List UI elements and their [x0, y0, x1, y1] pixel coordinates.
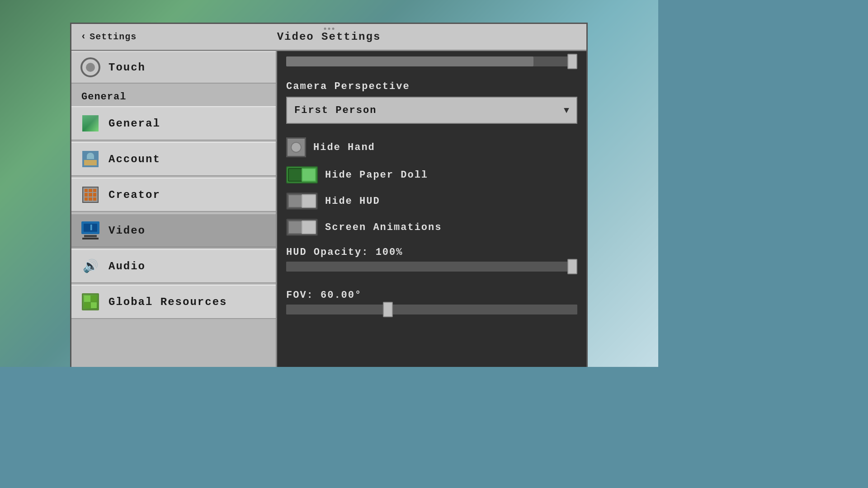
dropdown-control[interactable]: First Person ▼ — [286, 97, 577, 124]
dropdown-value: First Person — [294, 105, 564, 116]
fov-slider-section — [277, 305, 586, 322]
audio-label: Audio — [108, 260, 146, 272]
global-icon — [80, 292, 100, 312]
screen-animations-label: Screen Animations — [325, 222, 442, 233]
sidebar-item-account[interactable]: Account — [71, 142, 276, 176]
hide-hud-toggle[interactable] — [286, 192, 318, 210]
creator-label: Creator — [108, 189, 160, 201]
top-slider-section — [277, 51, 586, 66]
video-label: Video — [108, 225, 146, 237]
window-dots — [324, 28, 334, 30]
account-icon — [80, 149, 100, 169]
hud-opacity-slider-track[interactable] — [286, 262, 577, 272]
sidebar-item-creator[interactable]: Creator — [71, 178, 276, 212]
global-resources-label: Global Resources — [108, 296, 227, 308]
creator-icon — [80, 185, 100, 205]
content-area: Touch General General — [71, 51, 586, 367]
account-label: Account — [108, 153, 160, 165]
page-title: Video Settings — [277, 31, 381, 43]
hide-hud-label: Hide HUD — [325, 196, 380, 207]
fov-slider-track[interactable] — [286, 305, 577, 314]
audio-icon: 🔊 — [80, 256, 100, 276]
top-slider-thumb[interactable] — [567, 54, 577, 69]
hide-paper-doll-label: Hide Paper Doll — [325, 169, 428, 181]
sidebar-item-general[interactable]: General — [71, 106, 276, 141]
hide-paper-doll-row[interactable]: Hide Paper Doll — [277, 162, 586, 188]
general-section-label: General — [71, 85, 276, 106]
touch-label: Touch — [108, 61, 146, 74]
right-panel: Camera Perspective First Person ▼ Hide H… — [277, 51, 586, 367]
hide-paper-doll-toggle-thumb — [302, 168, 316, 182]
title-bar: ‹ Settings Video Settings — [71, 24, 586, 51]
sidebar-item-audio[interactable]: 🔊 Audio — [71, 249, 276, 283]
sidebar: Touch General General — [71, 51, 277, 367]
hide-hand-checkbox[interactable] — [286, 137, 306, 157]
general-icon — [80, 113, 100, 133]
camera-perspective-dropdown[interactable]: First Person ▼ — [286, 97, 577, 124]
video-icon: ▐ — [80, 221, 100, 240]
touch-icon — [80, 57, 100, 77]
hud-opacity-slider-section — [277, 262, 586, 286]
hide-hand-checkbox-inner — [291, 142, 302, 153]
hide-hand-label: Hide Hand — [313, 142, 375, 153]
sidebar-item-touch[interactable]: Touch — [71, 51, 276, 84]
camera-perspective-label: Camera Perspective — [277, 74, 586, 97]
screen-animations-toggle-thumb — [288, 221, 302, 234]
screen-animations-row[interactable]: Screen Animations — [277, 214, 586, 240]
back-button[interactable]: ‹ Settings — [80, 31, 137, 42]
settings-window: ‹ Settings Video Settings Touch General — [70, 23, 588, 367]
hide-hud-toggle-thumb — [288, 194, 302, 208]
sidebar-item-global-resources[interactable]: Global Resources — [71, 285, 276, 319]
back-label: Settings — [90, 32, 137, 42]
general-label: General — [108, 117, 160, 130]
fov-label: FOV: 60.00° — [277, 286, 586, 305]
hud-opacity-slider-thumb[interactable] — [567, 259, 577, 274]
hide-hud-row[interactable]: Hide HUD — [277, 188, 586, 214]
screen-animations-toggle[interactable] — [286, 219, 318, 236]
hide-paper-doll-toggle[interactable] — [286, 166, 318, 183]
sidebar-item-video[interactable]: ▐ Video — [71, 213, 276, 248]
hud-opacity-label: HUD Opacity: 100% — [277, 240, 586, 262]
hide-hand-row[interactable]: Hide Hand — [277, 133, 586, 162]
top-slider-track[interactable] — [286, 56, 577, 66]
dropdown-arrow-icon: ▼ — [564, 105, 569, 116]
back-arrow-icon: ‹ — [80, 31, 87, 42]
fov-slider-thumb[interactable] — [383, 302, 393, 317]
